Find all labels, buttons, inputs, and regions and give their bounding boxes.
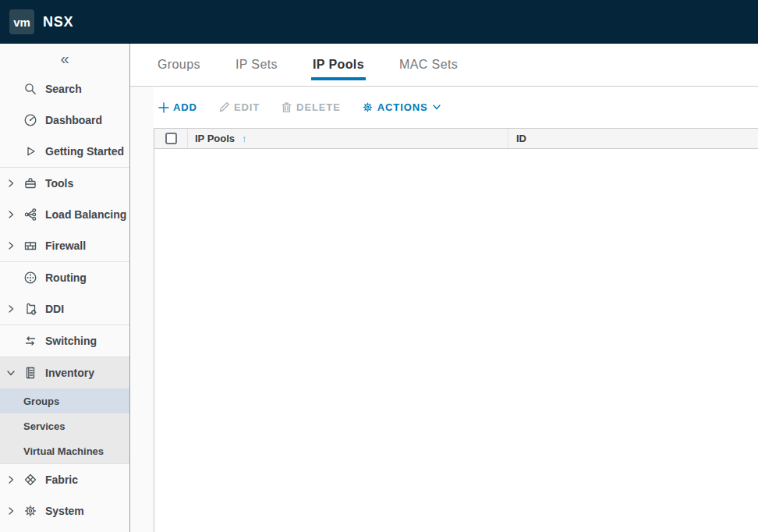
tab-content: ADD EDIT DELETE ACTIONS [130,87,758,532]
inventory-icon [23,366,39,380]
select-all-cell [154,129,188,148]
grid-body-empty [154,149,758,532]
play-icon [23,144,39,158]
actions-menu-button[interactable]: ACTIONS [362,101,445,113]
tab-ip-pools[interactable]: IP Pools [313,44,364,86]
column-label: ID [516,133,526,144]
sidebar-collapse-button[interactable]: « [54,51,75,66]
sidebar-subitem-virtual-machines[interactable]: Virtual Machines [0,438,129,463]
select-all-checkbox[interactable] [165,133,177,144]
product-title: NSX [43,14,73,30]
sidebar-group-system: Fabric System [0,463,129,527]
dashboard-icon [23,113,39,127]
data-grid: IP Pools ↑ ID [154,128,758,532]
sidebar-item-load-balancing[interactable]: Load Balancing [0,199,129,230]
plus-icon [158,102,169,113]
chevron-right-icon [6,207,19,222]
add-button[interactable]: ADD [158,101,197,113]
sidebar-item-routing[interactable]: Routing [0,262,129,293]
edit-button[interactable]: EDIT [218,101,260,113]
chevron-right-icon [6,504,19,518]
chevron-right-icon [6,239,19,253]
chevron-down-icon [6,366,19,380]
sidebar-item-fabric[interactable]: Fabric [0,464,129,495]
chevron-right-icon [6,176,19,190]
edit-button-label: EDIT [234,101,260,113]
content-gutter [130,87,154,532]
tab-label: IP Pools [313,58,364,72]
sidebar-item-label: Getting Started [45,145,124,158]
chevron-spacer [6,113,19,127]
sidebar-item-tools[interactable]: Tools [0,168,129,199]
sidebar-subitem-label: Services [23,420,66,432]
sidebar-item-label: Fabric [45,473,78,486]
column-label: IP Pools [195,133,235,144]
vmware-logo-text: vm [13,16,30,29]
chevron-right-icon [6,302,19,316]
pencil-icon [218,101,230,113]
sidebar-group-network-services: Tools Load Balancing Firewall [0,167,129,261]
sidebar-item-label: Tools [45,177,73,190]
trash-icon [281,101,292,113]
toolbox-icon [23,176,39,190]
add-button-label: ADD [173,101,197,113]
sidebar-item-label: Inventory [45,367,94,379]
chevron-down-icon [433,105,441,110]
sidebar-group-inventory: Inventory Groups Services Virtual Machin… [0,356,129,463]
sidebar-item-switching[interactable]: Switching [0,325,129,356]
sidebar-subitem-groups[interactable]: Groups [0,388,129,413]
ddi-icon [23,302,39,316]
tab-ip-sets[interactable]: IP Sets [236,44,278,86]
chevron-spacer [6,334,19,348]
sidebar: « Search Dashboard [0,44,130,532]
gear-icon [362,101,374,113]
vmware-logo[interactable]: vm [9,9,34,34]
chevron-spacer [6,271,19,285]
sidebar-item-firewall[interactable]: Firewall [0,230,129,261]
main-content: Groups IP Sets IP Pools MAC Sets ADD [130,44,758,532]
tab-groups[interactable]: Groups [158,44,200,86]
delete-button[interactable]: DELETE [281,101,341,113]
grid-card: ADD EDIT DELETE ACTIONS [154,87,758,532]
sidebar-group-main: Search Dashboard Getting Started [0,73,129,167]
grid-toolbar: ADD EDIT DELETE ACTIONS [154,87,758,128]
app-header: vm NSX [0,0,758,44]
sidebar-item-getting-started[interactable]: Getting Started [0,136,129,167]
column-header-id[interactable]: ID [508,129,758,148]
gear-icon [23,504,39,518]
sidebar-item-search[interactable]: Search [0,73,129,105]
search-icon [23,82,39,96]
tab-label: IP Sets [236,58,278,72]
sidebar-item-ddi[interactable]: DDI [0,293,129,325]
sidebar-item-inventory[interactable]: Inventory [0,357,129,388]
sidebar-item-label: Switching [45,335,97,347]
chevron-right-icon [6,473,19,487]
tab-label: Groups [158,58,200,72]
chevron-spacer [6,144,19,158]
grid-header-row: IP Pools ↑ ID [154,128,758,149]
sidebar-collapse-row: « [0,44,129,73]
sidebar-item-label: Dashboard [45,114,102,126]
sidebar-group-routing-ddi: Routing DDI [0,261,129,325]
load-balancing-icon [23,207,39,222]
sidebar-item-label: DDI [45,303,64,315]
sidebar-subitem-label: Virtual Machines [23,445,104,457]
sidebar-subitem-services[interactable]: Services [0,413,129,438]
chevron-spacer [6,82,19,96]
column-header-ip-pools[interactable]: IP Pools ↑ [188,129,508,148]
fabric-icon [23,473,39,487]
actions-button-label: ACTIONS [377,101,428,113]
switching-icon [23,334,39,348]
tab-mac-sets[interactable]: MAC Sets [399,44,458,86]
sort-ascending-icon[interactable]: ↑ [242,133,247,144]
tab-bar: Groups IP Sets IP Pools MAC Sets [130,44,758,87]
sidebar-item-dashboard[interactable]: Dashboard [0,105,129,136]
sidebar-item-label: Routing [45,271,87,284]
nsx-app: vm NSX « Search Dashboard [0,0,758,532]
sidebar-item-label: System [45,505,84,517]
sidebar-item-label: Firewall [45,239,86,252]
delete-button-label: DELETE [296,101,341,113]
firewall-icon [23,239,39,253]
sidebar-item-system[interactable]: System [0,495,129,527]
routing-icon [23,271,39,285]
